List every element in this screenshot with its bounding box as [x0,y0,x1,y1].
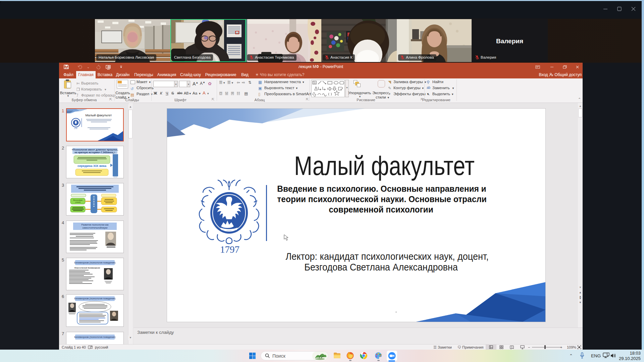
svg-text:1797: 1797 [220,244,239,255]
svg-text:Классический бихевиоризм: Классический бихевиоризм [74,267,100,269]
svg-text:но краткую историю» Г.Эббингау: но краткую историю» Г.Эббингауз [74,151,115,154]
svg-text:1797: 1797 [74,128,78,129]
svg-text:Бихевиоризм (психология поведе: Бихевиоризм (психология поведения) [74,297,116,300]
svg-text:середина XIX века: середина XIX века [77,164,107,168]
svg-text:Бихевиоризм (психология поведе: Бихевиоризм (психология поведения) [74,261,116,264]
svg-text:Малый факультет: Малый факультет [86,113,112,117]
svg-text:Бихевиоризм (психология поведе: Бихевиоризм (психология поведения) [74,336,116,339]
svg-text:самостоятельнойнауки: самостоятельнойнауки [83,227,108,229]
svg-text:Развитие психологии как: Развитие психологии как [82,224,109,226]
svg-text:учения: учения [75,201,80,203]
